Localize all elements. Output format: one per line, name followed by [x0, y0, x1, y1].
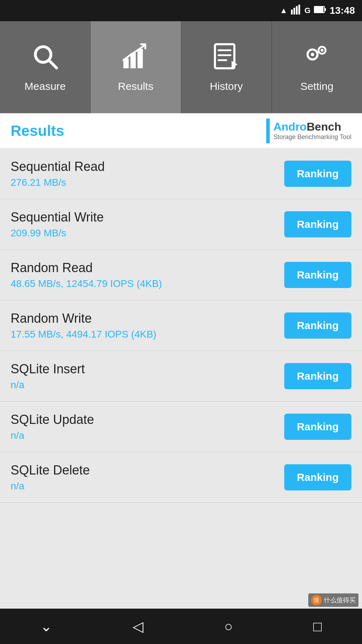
result-info: SQLite Delete n/a: [11, 463, 90, 492]
svg-point-18: [311, 53, 314, 56]
svg-line-8: [49, 60, 57, 68]
results-list: Sequential Read 276.21 MB/s Ranking Sequ…: [0, 149, 362, 609]
result-name: Random Read: [11, 260, 162, 275]
tab-setting[interactable]: Setting: [272, 21, 362, 113]
result-info: Random Read 48.65 MB/s, 12454.79 IOPS (4…: [11, 260, 162, 289]
logo-brand: AndroBench: [273, 121, 351, 133]
svg-rect-12: [215, 44, 234, 68]
result-name: SQLite Delete: [11, 463, 90, 478]
result-sequential-write: Sequential Write 209.99 MB/s Ranking: [0, 199, 362, 250]
svg-rect-6: [325, 8, 326, 11]
results-header: Results AndroBench Storage Benchmarking …: [0, 113, 362, 149]
svg-rect-0: [291, 10, 293, 15]
history-icon: [212, 42, 240, 75]
result-info: SQLite Insert n/a: [11, 362, 85, 391]
androbench-logo: AndroBench Storage Benchmarking Tool: [266, 119, 351, 143]
svg-rect-1: [293, 8, 295, 15]
nav-recent-button[interactable]: □: [313, 619, 322, 634]
result-random-write: Random Write 17.55 MB/s, 4494.17 IOPS (4…: [0, 300, 362, 351]
watermark-icon: 值: [311, 595, 322, 605]
page-title: Results: [11, 122, 64, 139]
result-info: SQLite Update n/a: [11, 412, 94, 441]
nav-back-button[interactable]: ◁: [133, 618, 144, 634]
result-info: Sequential Read 276.21 MB/s: [11, 159, 105, 188]
result-value: 48.65 MB/s, 12454.79 IOPS (4KB): [11, 278, 162, 289]
ranking-button-sequential-write[interactable]: Ranking: [284, 211, 351, 237]
result-value: n/a: [11, 379, 85, 391]
ranking-button-random-read[interactable]: Ranking: [284, 262, 351, 288]
tab-results[interactable]: Results: [90, 21, 181, 113]
result-sequential-read: Sequential Read 276.21 MB/s Ranking: [0, 149, 362, 199]
ranking-button-random-write[interactable]: Ranking: [284, 312, 351, 339]
status-bar: ▲ G 13:48: [0, 0, 362, 21]
logo-text: AndroBench Storage Benchmarking Tool: [273, 121, 351, 140]
result-value: 276.21 MB/s: [11, 177, 105, 188]
logo-brand1: Andro: [273, 120, 306, 133]
battery-icon: [314, 6, 326, 16]
ranking-button-sqlite-delete[interactable]: Ranking: [284, 464, 351, 490]
result-info: Random Write 17.55 MB/s, 4494.17 IOPS (4…: [11, 311, 156, 340]
ranking-button-sqlite-update[interactable]: Ranking: [284, 414, 351, 440]
svg-rect-3: [298, 5, 300, 15]
result-value: 209.99 MB/s: [11, 228, 104, 239]
ranking-button-sequential-read[interactable]: Ranking: [284, 161, 351, 187]
tab-setting-label: Setting: [300, 80, 333, 92]
svg-rect-11: [138, 49, 143, 68]
nav-tabs: Measure Results History: [0, 21, 362, 113]
logo-subtitle: Storage Benchmarking Tool: [273, 133, 351, 141]
g-icon: G: [304, 6, 310, 15]
logo-brand2: Bench: [306, 120, 341, 133]
signal-icon: [291, 5, 301, 17]
tab-history-label: History: [210, 80, 243, 92]
status-icons: ▲ G 13:48: [280, 5, 355, 17]
result-name: Random Write: [11, 311, 156, 326]
results-icon: [122, 42, 150, 75]
result-value: n/a: [11, 481, 90, 492]
tab-history[interactable]: History: [181, 21, 272, 113]
result-value: n/a: [11, 430, 94, 441]
result-info: Sequential Write 209.99 MB/s: [11, 210, 104, 239]
result-name: SQLite Update: [11, 412, 94, 427]
svg-rect-5: [314, 7, 323, 12]
tab-results-label: Results: [118, 80, 153, 92]
watermark: 值 什么值得买: [308, 593, 358, 607]
nav-home-button[interactable]: ○: [224, 619, 233, 634]
nav-down-button[interactable]: ⌄: [40, 618, 52, 634]
wifi-icon: ▲: [280, 6, 287, 15]
svg-rect-2: [296, 6, 298, 15]
result-name: Sequential Write: [11, 210, 104, 225]
logo-bar: [266, 119, 270, 143]
result-sqlite-delete: SQLite Delete n/a Ranking: [0, 452, 362, 503]
tab-measure-label: Measure: [24, 80, 66, 92]
setting-icon: [303, 42, 331, 75]
measure-icon: [31, 42, 59, 75]
result-random-read: Random Read 48.65 MB/s, 12454.79 IOPS (4…: [0, 250, 362, 300]
clock: 13:48: [329, 5, 355, 16]
result-name: Sequential Read: [11, 159, 105, 174]
watermark-text: 什么值得买: [324, 596, 356, 604]
result-name: SQLite Insert: [11, 362, 85, 376]
svg-point-20: [321, 49, 323, 52]
bottom-nav: ⌄ ◁ ○ □: [0, 609, 362, 644]
tab-measure[interactable]: Measure: [0, 21, 90, 113]
result-sqlite-insert: SQLite Insert n/a Ranking: [0, 351, 362, 402]
ranking-button-sqlite-insert[interactable]: Ranking: [284, 363, 351, 389]
result-value: 17.55 MB/s, 4494.17 IOPS (4KB): [11, 329, 156, 340]
result-sqlite-update: SQLite Update n/a Ranking: [0, 402, 362, 452]
